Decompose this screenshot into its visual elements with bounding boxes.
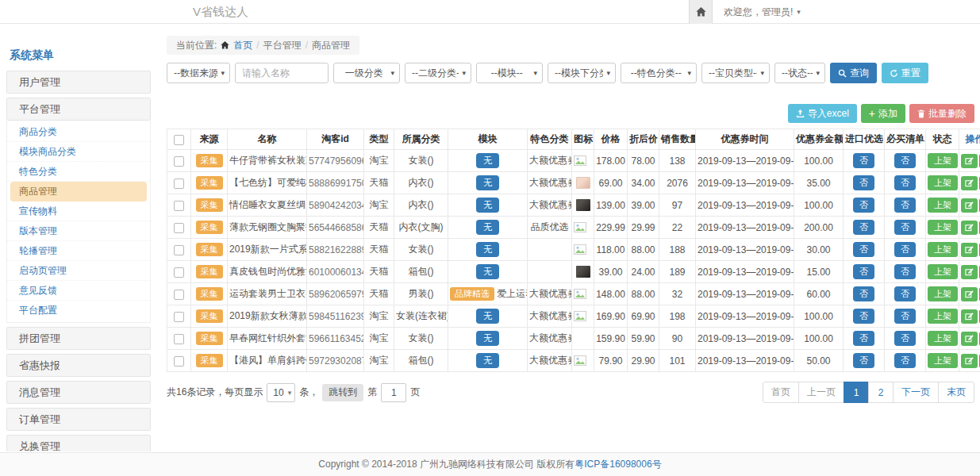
must-buy-toggle[interactable]: 否 <box>894 153 916 168</box>
home-button[interactable] <box>689 0 713 24</box>
sidebar-item-模块商品分类[interactable]: 模块商品分类 <box>7 142 150 162</box>
search-button[interactable]: 查询 <box>830 63 877 83</box>
sidebar-item-轮播管理[interactable]: 轮播管理 <box>7 241 150 261</box>
sidebar-group-0[interactable]: 用户管理 <box>6 71 151 94</box>
filter-select[interactable]: --宝贝类型--▾ <box>701 63 770 83</box>
add-button[interactable]: + 添加 <box>861 104 905 123</box>
sidebar-item-启动页管理[interactable]: 启动页管理 <box>7 261 150 281</box>
status-toggle[interactable]: 上架 <box>928 220 958 235</box>
pager-2[interactable]: 2 <box>868 382 894 403</box>
edit-button[interactable] <box>961 154 978 168</box>
sidebar-group-4[interactable]: 消息管理 <box>6 381 151 404</box>
pager-1[interactable]: 1 <box>844 382 869 403</box>
pager-下一页[interactable]: 下一页 <box>893 382 939 403</box>
must-buy-toggle[interactable]: 否 <box>894 309 916 324</box>
status-toggle[interactable]: 上架 <box>928 198 958 213</box>
filter-select[interactable]: --状态--▾ <box>774 63 825 83</box>
status-toggle[interactable]: 上架 <box>928 286 958 301</box>
pager-末页[interactable]: 末页 <box>938 382 974 403</box>
must-buy-toggle[interactable]: 否 <box>894 331 916 346</box>
filter-select[interactable]: --模块--▾ <box>476 63 543 83</box>
import-select-toggle[interactable]: 否 <box>853 220 874 235</box>
edit-button[interactable] <box>961 332 978 346</box>
row-checkbox[interactable] <box>174 356 184 367</box>
filter-select[interactable]: --数据来源--▾ <box>167 63 230 83</box>
reset-button[interactable]: 重置 <box>882 63 928 83</box>
status-toggle[interactable]: 上架 <box>928 331 958 346</box>
filter-select[interactable]: --二级分类--▾ <box>405 63 471 83</box>
status-toggle[interactable]: 上架 <box>928 309 958 324</box>
edit-button[interactable] <box>961 176 978 190</box>
row-checkbox[interactable] <box>174 312 184 322</box>
select-all-checkbox[interactable] <box>174 135 184 145</box>
status-toggle[interactable]: 上架 <box>928 175 958 190</box>
sidebar-group-2[interactable]: 拼团管理 <box>6 327 151 350</box>
source-badge: 采集 <box>196 287 223 301</box>
edit-button[interactable] <box>961 243 978 257</box>
sidebar-item-意见反馈[interactable]: 意见反馈 <box>7 281 150 301</box>
row-checkbox[interactable] <box>174 178 184 189</box>
per-page-select[interactable]: 10 ▾ <box>267 383 295 402</box>
operations-cell <box>959 283 980 305</box>
filter-select[interactable]: --模块下分类--▾ <box>548 63 616 83</box>
sidebar-item-版本管理[interactable]: 版本管理 <box>7 221 150 241</box>
sidebar-group-5[interactable]: 订单管理 <box>6 408 151 431</box>
sidebar-group-6[interactable]: 兑换管理 <box>6 435 151 451</box>
icp-link[interactable]: 粤ICP备16098006号 <box>575 458 661 471</box>
must-buy-toggle[interactable]: 否 <box>894 242 916 257</box>
magnifier-icon <box>838 69 847 78</box>
must-buy-toggle[interactable]: 否 <box>894 353 916 368</box>
row-checkbox[interactable] <box>174 290 184 300</box>
must-buy-toggle[interactable]: 否 <box>894 198 916 213</box>
filter-select-label: --特色分类-- <box>628 67 684 80</box>
page-number-input[interactable] <box>381 383 406 402</box>
status-toggle[interactable]: 上架 <box>928 153 958 168</box>
row-checkbox[interactable] <box>174 334 184 344</box>
row-checkbox[interactable] <box>174 245 184 255</box>
import-select-toggle[interactable]: 否 <box>853 153 874 168</box>
must-buy-toggle[interactable]: 否 <box>894 286 916 301</box>
row-checkbox[interactable] <box>174 156 184 167</box>
edit-button[interactable] <box>961 354 978 368</box>
import-select-toggle[interactable]: 否 <box>853 175 874 190</box>
pager-上一页[interactable]: 上一页 <box>798 382 844 403</box>
import-excel-button[interactable]: 导入excel <box>788 104 857 123</box>
batch-delete-button[interactable]: 批量删除 <box>909 104 974 123</box>
edit-button[interactable] <box>961 265 978 279</box>
edit-button[interactable] <box>961 198 978 213</box>
sidebar-group-1[interactable]: 平台管理 <box>6 98 151 121</box>
import-select-toggle[interactable]: 否 <box>853 286 874 301</box>
sidebar-item-特色分类[interactable]: 特色分类 <box>7 162 150 182</box>
user-menu[interactable]: 欢迎您，管理员! ▾ <box>713 0 812 24</box>
import-select-toggle[interactable]: 否 <box>853 198 874 213</box>
pager-首页[interactable]: 首页 <box>763 382 799 403</box>
row-checkbox[interactable] <box>174 267 184 278</box>
status-toggle[interactable]: 上架 <box>928 353 958 368</box>
status-toggle[interactable]: 上架 <box>928 242 958 257</box>
filter-select[interactable]: --特色分类--▾ <box>621 63 697 83</box>
row-checkbox[interactable] <box>174 201 184 211</box>
must-buy-toggle[interactable]: 否 <box>894 220 916 235</box>
must-buy-toggle[interactable]: 否 <box>894 264 916 279</box>
import-select-toggle[interactable]: 否 <box>853 264 874 279</box>
sidebar-item-商品分类[interactable]: 商品分类 <box>7 122 150 142</box>
sidebar-item-平台配置[interactable]: 平台配置 <box>7 301 150 321</box>
import-select-toggle[interactable]: 否 <box>853 242 874 257</box>
edit-button[interactable] <box>961 221 978 235</box>
row-checkbox[interactable] <box>174 223 184 233</box>
filter-select[interactable]: 一级分类▾ <box>333 63 400 83</box>
edit-button[interactable] <box>961 287 978 301</box>
breadcrumb-home-link[interactable]: 首页 <box>233 39 252 52</box>
sidebar-item-宣传物料[interactable]: 宣传物料 <box>7 202 150 221</box>
sidebar-group-3[interactable]: 省惠快报 <box>6 354 151 377</box>
sidebar-item-商品管理[interactable]: 商品管理 <box>10 182 147 202</box>
import-select-toggle[interactable]: 否 <box>853 353 874 368</box>
name-search-input[interactable] <box>235 63 329 83</box>
jump-button[interactable]: 跳转到 <box>322 384 363 401</box>
taoke-id-cell: 589042420344 <box>307 194 364 217</box>
status-toggle[interactable]: 上架 <box>928 264 958 279</box>
import-select-toggle[interactable]: 否 <box>853 331 874 346</box>
import-select-toggle[interactable]: 否 <box>853 309 874 324</box>
edit-button[interactable] <box>961 309 978 324</box>
must-buy-toggle[interactable]: 否 <box>894 175 916 190</box>
